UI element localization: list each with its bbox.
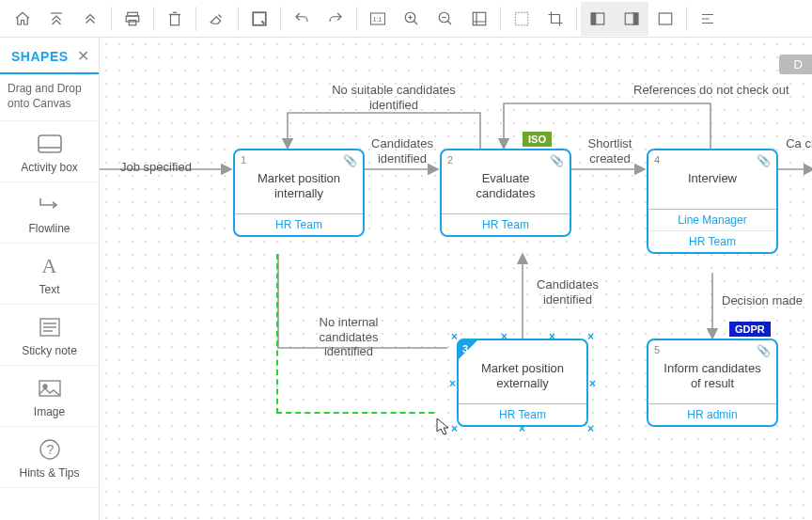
resize-handle[interactable]: × (451, 331, 458, 342)
svg-rect-1 (126, 16, 139, 22)
q-tool-icon[interactable] (242, 2, 276, 36)
iso-badge: ISO (523, 132, 552, 147)
resize-handle[interactable]: × (589, 378, 596, 389)
panel-right-icon[interactable] (615, 2, 648, 36)
shape-label: Activity box (21, 161, 78, 174)
svg-rect-16 (39, 135, 61, 152)
svg-rect-10 (515, 12, 528, 25)
scroll-up-icon[interactable] (73, 2, 107, 36)
shape-label: Flowline (28, 222, 70, 235)
activity-box-3[interactable]: 3 Market position externally HR Team × ×… (457, 339, 588, 427)
gdpr-badge: GDPR (729, 322, 771, 337)
edge-label: No suitable candidates identified (314, 83, 474, 112)
svg-rect-14 (633, 13, 638, 24)
edge-label: References do not check out (633, 83, 789, 98)
crop-icon[interactable] (539, 2, 572, 36)
flowline-icon (37, 192, 63, 218)
resize-handle[interactable]: × (549, 331, 555, 342)
shape-sticky-note[interactable]: Sticky note (0, 305, 99, 366)
shape-label: Sticky note (22, 344, 77, 357)
help-icon: ? (39, 436, 61, 463)
print-icon[interactable] (116, 2, 149, 36)
edge-label: Candidates identified (530, 277, 605, 307)
resize-handle[interactable]: × (587, 331, 594, 342)
shape-label: Image (34, 405, 65, 418)
canvas[interactable]: D Job specifie (100, 38, 812, 520)
resize-handle[interactable]: × (451, 423, 458, 434)
trash-icon[interactable] (158, 2, 192, 36)
shape-image[interactable]: Image (0, 366, 99, 427)
edge-label: Decision made (722, 293, 803, 308)
sidebar-header: SHAPES ✕ (0, 38, 99, 74)
toolbar-divider (153, 7, 154, 31)
sidebar-title: SHAPES (11, 49, 69, 64)
grid-icon[interactable] (505, 2, 539, 36)
attachment-icon[interactable]: 📎 (757, 344, 771, 357)
activity-box-1[interactable]: 1 📎 Market position internally HR Team (233, 149, 365, 237)
edge-label: No internal candidates identified (306, 315, 391, 359)
svg-text:1:1: 1:1 (373, 16, 383, 23)
toolbar-divider (111, 7, 112, 31)
panel-left-icon[interactable] (581, 2, 615, 36)
toolbar-divider (686, 7, 687, 31)
shape-flowline[interactable]: Flowline (0, 182, 99, 244)
edge-label: Ca cl (786, 136, 812, 151)
zoom-11-icon[interactable]: 1:1 (361, 2, 395, 36)
undo-icon[interactable] (285, 2, 319, 36)
activity-role: HR Team (442, 214, 570, 235)
right-tab-label[interactable]: D (779, 55, 812, 74)
attachment-icon[interactable]: 📎 (757, 154, 771, 167)
activity-role: HR admin (648, 404, 776, 425)
activity-box-4[interactable]: 4 📎 Interview Line Manager HR Team (647, 149, 778, 254)
shape-text[interactable]: A Text (0, 244, 99, 305)
activity-number: 1 (241, 154, 246, 165)
flowline-drag-segment (276, 412, 434, 414)
activity-number: 4 (654, 154, 660, 165)
resize-handle[interactable]: × (449, 378, 456, 389)
panel-full-icon[interactable] (648, 2, 682, 36)
activity-role: Line Manager (648, 210, 776, 230)
svg-rect-3 (171, 14, 180, 24)
zoom-in-icon[interactable] (395, 2, 429, 36)
home-icon[interactable] (6, 2, 39, 36)
text-icon: A (42, 253, 57, 279)
align-icon[interactable] (691, 2, 725, 36)
shape-activity-box[interactable]: Activity box (0, 121, 99, 182)
resize-handle[interactable]: × (587, 423, 594, 434)
activity-number: 2 (447, 154, 453, 165)
eraser-icon[interactable] (200, 2, 234, 36)
flowline-drag-segment (276, 254, 278, 414)
resize-handle[interactable]: × (501, 331, 508, 342)
activity-number: 3 (462, 343, 468, 355)
activity-box-2[interactable]: 2 📎 Evaluate candidates HR Team (440, 149, 571, 237)
shape-label: Hints & Tips (19, 466, 79, 480)
activity-number: 5 (654, 344, 660, 355)
attachment-icon[interactable]: 📎 (550, 154, 564, 167)
sticky-note-icon (39, 314, 61, 340)
activity-box-5[interactable]: 5 📎 Inform candidates of result HR admin (647, 339, 778, 427)
svg-rect-15 (659, 13, 672, 24)
toolbar-divider (238, 7, 239, 31)
zoom-out-icon[interactable] (429, 2, 462, 36)
image-icon (38, 375, 62, 402)
svg-text:?: ? (46, 442, 54, 457)
attachment-icon[interactable]: 📎 (343, 154, 357, 167)
edge-label: Candidates identified (365, 136, 440, 165)
shape-label: Text (39, 283, 59, 296)
scroll-top-icon[interactable] (39, 2, 73, 36)
shapes-sidebar: SHAPES ✕ Drag and Drop onto Canvas Activ… (0, 38, 100, 520)
toolbar-divider (576, 7, 577, 31)
toolbar-divider (195, 7, 196, 31)
resize-handle[interactable]: × (519, 423, 525, 434)
svg-rect-9 (473, 12, 486, 25)
sidebar-hint: Drag and Drop onto Canvas (0, 74, 99, 121)
edge-label: Shortlist created (577, 136, 643, 165)
activity-role: HR Team (235, 214, 363, 235)
edge-label: Job specified (120, 160, 192, 175)
zoom-fit-icon[interactable] (462, 2, 496, 36)
activity-role: HR Team (648, 230, 776, 252)
redo-icon[interactable] (319, 2, 352, 36)
close-icon[interactable]: ✕ (77, 47, 89, 65)
shape-hints-tips[interactable]: ? Hints & Tips (0, 427, 99, 488)
toolbar-divider (280, 7, 281, 31)
